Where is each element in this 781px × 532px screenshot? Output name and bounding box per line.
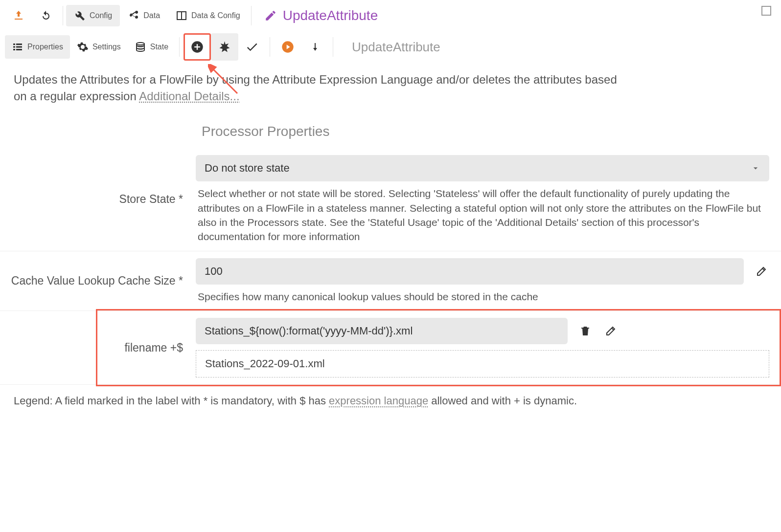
data-tab[interactable]: Data: [120, 5, 168, 26]
data-config-tab[interactable]: Data & Config: [168, 5, 248, 26]
separator: [179, 37, 180, 57]
separator: [63, 6, 63, 25]
refresh-button[interactable]: [32, 5, 60, 26]
edit-icon: [605, 325, 617, 337]
arrow-down-icon: [309, 41, 321, 53]
property-label: Cache Value Lookup Cache Size *: [0, 258, 196, 304]
required-toggle-button[interactable]: [211, 33, 238, 61]
data-config-tab-label: Data & Config: [191, 11, 240, 20]
store-state-value: Do not store state: [205, 162, 290, 175]
settings-tab[interactable]: Settings: [70, 35, 128, 59]
check-icon: [245, 40, 259, 54]
legend-prefix: Legend: A field marked in the label with…: [14, 395, 329, 407]
store-state-help: Select whether or not state will be stor…: [196, 181, 769, 244]
database-icon: [135, 41, 146, 53]
separator: [251, 6, 252, 25]
description-text: Updates the Attributes for a FlowFile by…: [14, 73, 617, 103]
maximize-icon: [761, 6, 771, 16]
cache-size-value: 100: [205, 265, 223, 277]
columns-icon: [176, 10, 187, 22]
share-icon: [128, 10, 139, 22]
expression-language-link[interactable]: expression language: [329, 395, 428, 407]
cache-size-help: Specifies how many canonical lookup valu…: [196, 285, 769, 304]
data-tab-label: Data: [143, 11, 160, 20]
list-icon: [12, 41, 23, 53]
property-label: Store State *: [0, 155, 196, 244]
processor-title-text: UpdateAttribute: [283, 8, 378, 23]
settings-tab-label: Settings: [92, 43, 121, 51]
plus-circle-icon: [190, 40, 204, 54]
property-label: filename +$: [0, 318, 196, 377]
delete-filename-button[interactable]: [577, 325, 593, 337]
property-row-cache-size: Cache Value Lookup Cache Size * 100 Spec…: [0, 251, 781, 310]
trash-icon: [579, 325, 591, 337]
properties-tab-label: Properties: [27, 43, 63, 51]
add-property-button[interactable]: [184, 33, 211, 61]
properties-tab[interactable]: Properties: [5, 35, 70, 59]
edit-icon: [756, 266, 767, 277]
filename-value: Stations_${now():format('yyyy-MM-dd')}.x…: [205, 325, 413, 337]
edit-filename-button[interactable]: [603, 325, 619, 337]
additional-details-link[interactable]: Additional Details...: [139, 89, 239, 103]
run-button[interactable]: [274, 33, 301, 61]
store-state-select[interactable]: Do not store state: [196, 155, 769, 181]
state-tab-label: State: [150, 43, 168, 51]
separator: [333, 37, 333, 57]
maximize-button[interactable]: [761, 6, 771, 18]
config-tab[interactable]: Config: [66, 5, 120, 26]
upload-icon: [13, 10, 24, 22]
pencil-icon: [264, 9, 277, 22]
play-circle-icon: [281, 40, 295, 54]
legend-suffix: allowed and with + is dynamic.: [431, 395, 577, 407]
legend-text: Legend: A field marked in the label with…: [0, 385, 781, 417]
separator: [270, 37, 270, 57]
validate-button[interactable]: [238, 33, 266, 61]
cache-size-input[interactable]: 100: [196, 258, 744, 285]
state-tab[interactable]: State: [128, 35, 175, 59]
upload-button[interactable]: [5, 5, 32, 26]
step-button[interactable]: [301, 33, 329, 61]
asterisk-icon: [218, 40, 231, 54]
processor-description: Updates the Attributes for a FlowFile by…: [0, 63, 636, 110]
chevron-down-icon: [751, 163, 760, 173]
property-row-store-state: Store State * Do not store state Select …: [0, 148, 781, 251]
properties-section-title: Processor Properties: [0, 110, 781, 148]
filename-resolved: Stations_2022-09-01.xml: [196, 350, 769, 377]
edit-cache-size-button[interactable]: [754, 266, 769, 277]
property-row-filename: filename +$ Stations_${now():format('yyy…: [0, 310, 781, 385]
gear-icon: [77, 41, 89, 53]
filename-input[interactable]: Stations_${now():format('yyyy-MM-dd')}.x…: [196, 318, 568, 344]
refresh-icon: [40, 10, 52, 22]
processor-name-readonly: UpdateAttribute: [352, 40, 440, 55]
wrench-icon: [74, 10, 86, 22]
config-tab-label: Config: [90, 11, 112, 20]
processor-title: UpdateAttribute: [264, 8, 378, 23]
